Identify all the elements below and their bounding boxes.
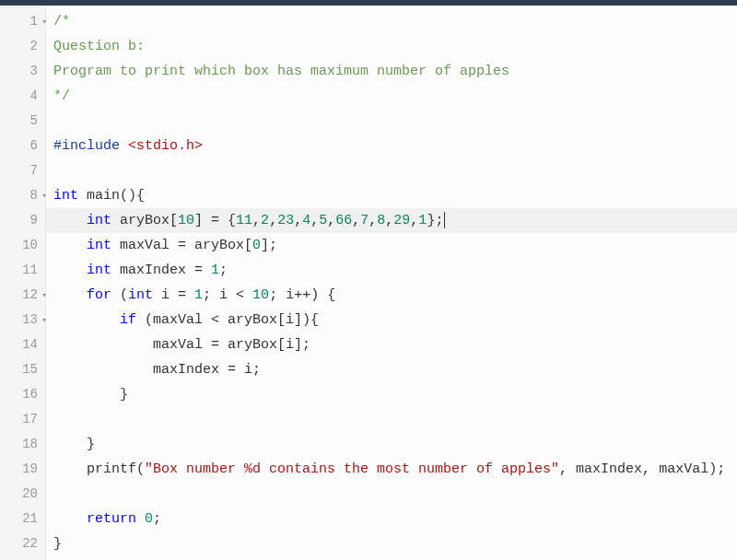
code-token: maxVal = aryBox[ xyxy=(111,238,252,253)
code-token xyxy=(53,262,87,278)
line-number: 2 xyxy=(0,34,45,59)
code-token: 1 xyxy=(211,262,219,278)
line-number: 6 xyxy=(0,134,45,158)
code-token: ; i < xyxy=(203,287,252,303)
code-token: } xyxy=(53,437,95,452)
code-token: 7 xyxy=(360,213,368,228)
code-token: i = xyxy=(153,287,194,303)
code-token: } xyxy=(53,387,128,402)
line-number: 7 xyxy=(0,158,45,183)
code-token: aryBox[ xyxy=(111,213,178,228)
code-token xyxy=(78,188,87,204)
code-line[interactable]: maxVal = aryBox[i]; xyxy=(53,332,737,357)
line-number: 4 xyxy=(0,84,45,109)
code-line[interactable]: printf("Box number %d contains the most … xyxy=(53,457,737,482)
code-line[interactable]: /* xyxy=(53,9,737,34)
code-token: , xyxy=(327,213,335,228)
line-number: 3 xyxy=(0,59,45,84)
code-token: ; xyxy=(219,262,228,278)
code-token: "Box number %d contains the most number … xyxy=(145,461,559,477)
code-line[interactable] xyxy=(53,109,737,134)
code-token: for xyxy=(87,287,111,303)
code-token: int xyxy=(87,262,111,278)
code-token: Program to print which box has maximum n… xyxy=(53,64,509,79)
code-token: , xyxy=(252,213,261,228)
line-number: 5 xyxy=(0,109,45,134)
code-line[interactable]: Program to print which box has maximum n… xyxy=(53,59,737,84)
code-token: 0 xyxy=(145,511,153,527)
code-token: int xyxy=(53,188,78,204)
code-token: <stdio.h> xyxy=(128,138,203,154)
code-token: main xyxy=(87,188,120,204)
line-number: 8 xyxy=(0,183,45,208)
code-area[interactable]: /*Question b:Program to print which box … xyxy=(46,6,737,560)
code-line[interactable]: } xyxy=(53,382,737,407)
line-number: 21 xyxy=(0,507,45,531)
code-token: maxIndex = xyxy=(111,262,211,278)
code-token: int xyxy=(128,287,153,303)
code-token: ; xyxy=(153,511,161,527)
code-line[interactable]: int aryBox[10] = {11,2,23,4,5,66,7,8,29,… xyxy=(46,208,737,233)
code-token: 23 xyxy=(277,213,294,228)
line-number: 17 xyxy=(0,407,45,432)
code-token: , maxIndex, maxVal); xyxy=(559,461,725,477)
code-line[interactable]: */ xyxy=(53,84,737,109)
code-token: 0 xyxy=(252,238,261,253)
code-token: , xyxy=(385,213,393,228)
code-line[interactable] xyxy=(53,407,737,432)
code-line[interactable] xyxy=(53,482,737,507)
line-number: 18 xyxy=(0,432,45,457)
code-line[interactable]: int main(){ xyxy=(53,183,737,208)
code-token: }; xyxy=(427,213,443,228)
code-token xyxy=(136,511,145,527)
code-token: int xyxy=(87,213,111,228)
code-token: 66 xyxy=(335,213,352,228)
code-token: ( xyxy=(111,287,128,303)
code-line[interactable]: maxIndex = i; xyxy=(53,357,737,382)
code-token: int xyxy=(87,238,111,253)
code-token xyxy=(53,287,87,303)
code-token: 1 xyxy=(194,287,203,303)
code-line[interactable]: return 0; xyxy=(53,507,737,531)
line-number: 16 xyxy=(0,382,45,407)
line-number: 14 xyxy=(0,332,45,357)
text-cursor xyxy=(444,212,445,228)
line-number: 12 xyxy=(0,283,45,308)
code-token: 4 xyxy=(302,213,310,228)
code-line[interactable]: for (int i = 1; i < 10; i++) { xyxy=(53,283,737,308)
code-token: ]; xyxy=(261,238,277,253)
code-token: 8 xyxy=(377,213,385,228)
line-number: 20 xyxy=(0,482,45,507)
code-token: , xyxy=(269,213,277,228)
code-token: (maxVal < aryBox[i]){ xyxy=(136,312,319,328)
code-line[interactable]: Question b: xyxy=(53,34,737,59)
line-number: 15 xyxy=(0,357,45,382)
code-token: 11 xyxy=(236,213,252,228)
code-line[interactable] xyxy=(53,158,737,183)
code-line[interactable]: int maxIndex = 1; xyxy=(53,258,737,283)
line-number-gutter: 12345678910111213141516171819202122 xyxy=(0,6,46,560)
code-token xyxy=(53,511,87,527)
code-token: maxIndex = i; xyxy=(53,362,261,378)
code-token: , xyxy=(410,213,418,228)
code-token: , xyxy=(352,213,360,228)
code-line[interactable]: int maxVal = aryBox[0]; xyxy=(53,233,737,258)
code-line[interactable]: if (maxVal < aryBox[i]){ xyxy=(53,308,737,332)
code-line[interactable]: } xyxy=(53,432,737,457)
code-token xyxy=(53,312,120,328)
code-token: , xyxy=(310,213,319,228)
code-token: ] = { xyxy=(194,213,236,228)
code-token: (){ xyxy=(120,188,145,204)
code-line[interactable]: #include <stdio.h> xyxy=(53,134,737,158)
code-token: } xyxy=(53,536,62,552)
code-token: if xyxy=(120,312,136,328)
code-token: 29 xyxy=(393,213,410,228)
code-line[interactable]: } xyxy=(53,531,737,556)
code-editor: 12345678910111213141516171819202122 /*Qu… xyxy=(0,6,737,560)
code-token: 2 xyxy=(261,213,269,228)
code-token: 5 xyxy=(319,213,327,228)
line-number: 9 xyxy=(0,208,45,233)
code-token xyxy=(53,213,87,228)
code-token: printf( xyxy=(53,461,145,477)
code-token: ; i++) { xyxy=(269,287,335,303)
